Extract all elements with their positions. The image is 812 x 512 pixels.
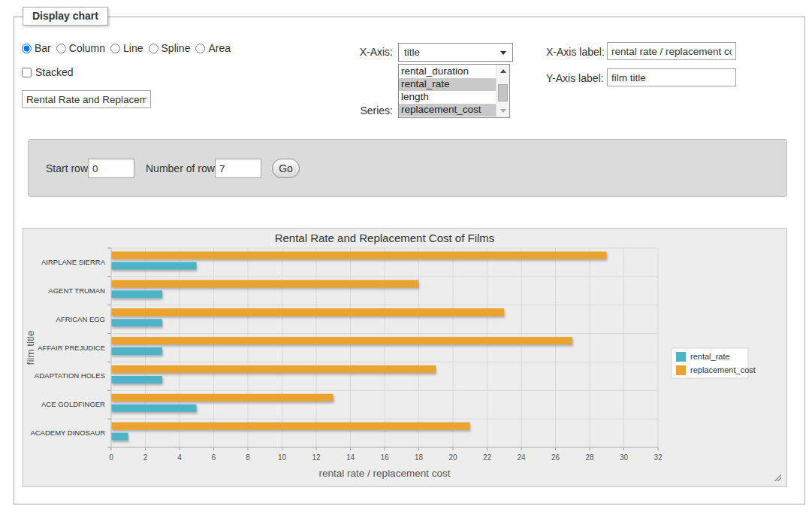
legend-label: rental_rate bbox=[690, 352, 730, 361]
x-tick-label: 32 bbox=[654, 453, 663, 462]
chart-type-spline[interactable]: Spline bbox=[149, 42, 191, 54]
x-tick-label: 8 bbox=[246, 453, 250, 462]
category-label: AFRICAN EGG bbox=[56, 315, 105, 323]
chart-type-radio-label: Line bbox=[123, 42, 143, 54]
category-label: AGENT TRUMAN bbox=[48, 286, 105, 295]
bar-replacement_cost bbox=[111, 308, 504, 316]
go-button[interactable]: Go bbox=[272, 159, 300, 178]
category-label: AFFAIR PREJUDICE bbox=[38, 344, 105, 352]
x-tick-label: 0 bbox=[109, 453, 113, 462]
series-options: rental_durationrental_ratelengthreplacem… bbox=[399, 65, 496, 117]
bar-replacement_cost bbox=[111, 365, 436, 373]
category-label: ACADEMY DINOSAUR bbox=[30, 429, 105, 437]
x-tick-label: 26 bbox=[551, 453, 560, 462]
x-axis-selected-value: title bbox=[404, 47, 420, 58]
bar-rental_rate bbox=[111, 262, 197, 270]
stacked-option[interactable]: Stacked bbox=[22, 66, 74, 78]
chart-title-input[interactable] bbox=[22, 90, 151, 108]
chart-type-bar[interactable]: Bar bbox=[22, 42, 51, 54]
x-tick-label: 28 bbox=[585, 453, 594, 462]
chart-svg: 02468101214161820222426283032AIRPLANE SI… bbox=[23, 229, 786, 486]
chart-panel: 02468101214161820222426283032AIRPLANE SI… bbox=[23, 228, 787, 487]
x-tick-label: 12 bbox=[312, 453, 321, 462]
bar-replacement_cost bbox=[111, 423, 470, 430]
bar-rental_rate bbox=[111, 404, 197, 412]
x-tick-label: 22 bbox=[483, 453, 492, 462]
bar-rental_rate bbox=[111, 319, 162, 326]
series-option-rental_duration[interactable]: rental_duration bbox=[399, 65, 496, 78]
chart-y-axis-title: film title bbox=[25, 331, 36, 365]
x-axis-label-input[interactable] bbox=[607, 42, 736, 60]
chart-title: Rental Rate and Replacement Cost of Film… bbox=[275, 232, 495, 244]
bar-replacement_cost bbox=[111, 337, 572, 344]
bar-replacement_cost bbox=[111, 280, 418, 287]
chevron-down-icon bbox=[500, 51, 506, 55]
chart-type-column[interactable]: Column bbox=[56, 42, 105, 54]
bar-rental_rate bbox=[111, 433, 128, 441]
series-option-rental_rate[interactable]: rental_rate bbox=[399, 78, 496, 91]
series-scrollbar[interactable] bbox=[496, 65, 509, 117]
chart-type-radio-label: Area bbox=[208, 42, 231, 54]
x-tick-label: 6 bbox=[212, 453, 216, 462]
chart-type-radio-spline[interactable] bbox=[149, 44, 158, 53]
category-label: ACE GOLDFINGER bbox=[41, 400, 105, 408]
chart-type-radio-label: Column bbox=[69, 42, 105, 54]
y-axis-label-input[interactable] bbox=[607, 68, 736, 86]
x-tick-label: 2 bbox=[143, 453, 148, 462]
series-option-length[interactable]: length bbox=[399, 91, 496, 104]
bar-replacement_cost bbox=[111, 252, 607, 259]
x-tick-label: 30 bbox=[620, 453, 629, 462]
legend-label: replacement_cost bbox=[690, 365, 756, 374]
scroll-up-icon[interactable] bbox=[497, 65, 509, 77]
row-controls-bar: Start row: Number of rows: Go bbox=[28, 139, 787, 197]
start-row-input[interactable] bbox=[88, 159, 134, 178]
x-tick-label: 14 bbox=[346, 453, 355, 462]
scrollbar-thumb[interactable] bbox=[498, 84, 508, 101]
chart-legend: rental_ratereplacement_cost bbox=[672, 348, 756, 378]
scroll-down-icon[interactable] bbox=[497, 105, 509, 117]
chart-type-radios: BarColumnLineSplineArea bbox=[22, 42, 231, 54]
chart-type-radio-area[interactable] bbox=[195, 44, 205, 53]
x-tick-label: 18 bbox=[415, 453, 424, 462]
legend-item-rental_rate[interactable]: rental_rate bbox=[676, 352, 730, 362]
x-axis-label-label: X-Axis label: bbox=[546, 46, 605, 58]
bar-rental_rate bbox=[111, 376, 162, 383]
number-of-rows-label: Number of rows: bbox=[146, 162, 223, 174]
x-tick-label: 16 bbox=[380, 453, 389, 462]
chart-type-radio-label: Bar bbox=[35, 42, 51, 54]
stacked-label: Stacked bbox=[35, 66, 74, 78]
series-select-label: Series: bbox=[338, 105, 393, 117]
stacked-checkbox[interactable] bbox=[22, 68, 32, 77]
legend-swatch bbox=[676, 352, 686, 362]
chart-type-radio-label: Spline bbox=[161, 42, 191, 54]
chart-type-line[interactable]: Line bbox=[110, 42, 143, 54]
x-tick-label: 4 bbox=[177, 453, 182, 462]
series-listbox[interactable]: rental_durationrental_ratelengthreplacem… bbox=[398, 64, 510, 118]
bar-rental_rate bbox=[111, 347, 162, 355]
category-label: AIRPLANE SIERRA bbox=[41, 258, 106, 266]
chart-type-radio-column[interactable] bbox=[56, 44, 66, 53]
x-tick-label: 10 bbox=[278, 453, 287, 462]
x-axis-select-label: X-Axis: bbox=[338, 46, 393, 58]
y-axis-label-label: Y-Axis label: bbox=[546, 72, 604, 84]
start-row-label: Start row: bbox=[46, 162, 91, 174]
bar-rental_rate bbox=[111, 290, 162, 298]
legend-swatch bbox=[676, 365, 686, 375]
x-axis-select[interactable]: title bbox=[398, 43, 513, 62]
fieldset-legend: Display chart bbox=[23, 7, 108, 26]
number-of-rows-input[interactable] bbox=[215, 159, 261, 178]
app: Display chart BarColumnLineSplineArea St… bbox=[0, 0, 812, 512]
chart-type-area[interactable]: Area bbox=[195, 42, 231, 54]
chart-type-radio-bar[interactable] bbox=[22, 44, 32, 53]
x-tick-label: 20 bbox=[448, 453, 457, 462]
x-tick-label: 24 bbox=[517, 453, 526, 462]
series-option-replacement_cost[interactable]: replacement_cost bbox=[399, 104, 496, 117]
chart-x-axis-title: rental rate / replacement cost bbox=[319, 468, 451, 479]
category-label: ADAPTATION HOLES bbox=[35, 371, 105, 380]
bar-replacement_cost bbox=[111, 394, 334, 401]
chart-type-radio-line[interactable] bbox=[110, 44, 120, 53]
